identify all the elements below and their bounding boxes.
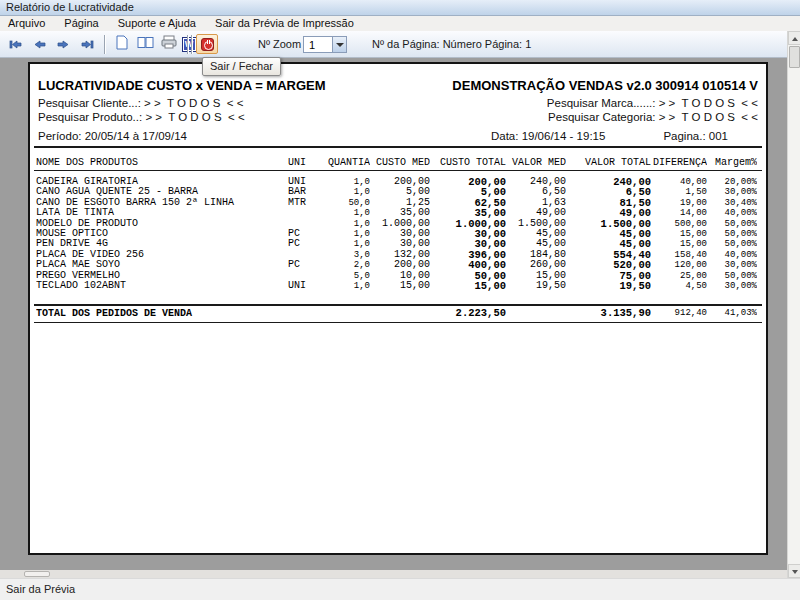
vertical-scroll-thumb[interactable] [789, 46, 800, 68]
cell-uni: UNI [288, 281, 318, 291]
cell-custo-med: 30,00 [370, 239, 430, 249]
total-margem: 41,03% [707, 308, 757, 320]
cell-quantia: 1,0 [318, 208, 370, 218]
cell-valor-total: 1.500,00 [566, 219, 651, 229]
report-page: LUCRATIVIDADE CUSTO x VENDA = MARGEM DEM… [28, 62, 768, 555]
last-page-icon [81, 35, 94, 53]
preview-area: LUCRATIVIDADE CUSTO x VENDA = MARGEM DEM… [0, 58, 787, 570]
filter-row-1: Pesquisar Cliente...: > > T O D O S < < … [38, 97, 758, 109]
cell-custo-med: 30,00 [370, 229, 430, 239]
cell-valor-total: 45,00 [566, 229, 651, 239]
print-icon [161, 35, 177, 53]
table-row: MOUSE OPTICO PC 1,0 30,00 30,00 45,00 45… [36, 229, 757, 239]
previous-page-button[interactable] [28, 34, 50, 54]
cell-valor-med: 45,00 [506, 239, 566, 249]
next-page-icon [57, 35, 70, 53]
facing-pages-view-button[interactable] [134, 34, 156, 54]
single-page-view-button[interactable] [110, 34, 132, 54]
next-page-button[interactable] [52, 34, 74, 54]
cell-custo-med: 200,00 [370, 260, 430, 270]
cell-valor-total: 45,00 [566, 239, 651, 249]
divider [34, 170, 762, 171]
vertical-scrollbar[interactable] [787, 31, 800, 578]
table-row: TECLADO 102ABNT UNI 1,0 15,00 15,00 19,5… [36, 281, 757, 291]
toolbar-separator [104, 35, 105, 54]
cell-product-name: PREGO VERMELHO [36, 271, 288, 281]
cell-product-name: PLACA DE VÍDEO 256 [36, 250, 288, 260]
cell-margem: 40,00% [707, 250, 757, 260]
cell-diferenca: 25,00 [651, 271, 707, 281]
cell-margem: 50,00% [707, 271, 757, 281]
cell-margem: 50,00% [707, 239, 757, 249]
toolbar: W Nº Zoom 1 Nº da Página: Número Página:… [0, 31, 787, 58]
cell-product-name: PLACA MÃE SOYO [36, 260, 288, 270]
cell-uni [288, 208, 318, 218]
zoom-value: 1 [309, 39, 315, 51]
toolbar-separator [191, 35, 192, 54]
header-valor-total: VALOR TOTAL [566, 157, 651, 168]
statusbar: Sair da Prévia [0, 578, 800, 600]
table-row: PREGO VERMELHO 5,0 10,00 50,00 15,00 75,… [36, 271, 757, 281]
zoom-dropdown-button[interactable] [332, 37, 346, 52]
header-uni: UNI [288, 157, 318, 168]
cell-custo-total: 30,00 [430, 239, 506, 249]
cell-custo-med: 15,00 [370, 281, 430, 291]
cell-product-name: TECLADO 102ABNT [36, 281, 288, 291]
table-row: PLACA DE VÍDEO 256 3,0 132,00 396,00 184… [36, 250, 757, 260]
cell-valor-total: 75,00 [566, 271, 651, 281]
header-custo-med: CUSTO MED [370, 157, 430, 168]
cell-valor-med: 240,00 [506, 177, 566, 187]
cell-diferenca: 120,00 [651, 260, 707, 270]
cell-diferenca: 40,00 [651, 177, 707, 187]
cell-product-name: LATA DE TINTA [36, 208, 288, 218]
cell-quantia: 5,0 [318, 271, 370, 281]
cell-custo-total: 200,00 [430, 177, 506, 187]
cell-custo-med: 132,00 [370, 250, 430, 260]
exit-preview-button[interactable] [196, 34, 218, 54]
cell-custo-med: 1,25 [370, 198, 430, 208]
cell-margem: 30,00% [707, 187, 757, 197]
cell-product-name: MODELO DE PRODUTO [36, 219, 288, 229]
scroll-up-button[interactable] [788, 31, 800, 45]
titlebar[interactable]: Relatório de Lucratividade [0, 0, 800, 16]
cell-quantia: 1,0 [318, 239, 370, 249]
cell-product-name: MOUSE OPTICO [36, 229, 288, 239]
zoom-select[interactable]: 1 [303, 36, 347, 53]
filter-cliente: Pesquisar Cliente...: > > T O D O S < < [38, 97, 243, 109]
cell-custo-total: 15,00 [430, 281, 506, 291]
horizontal-scrollbar[interactable] [0, 570, 787, 578]
cell-valor-med: 1,63 [506, 198, 566, 208]
cell-quantia: 2,0 [318, 260, 370, 270]
filter-categoria: Pesquisar Categoria: > > T O D O S < < [548, 111, 758, 123]
word-export-icon: W [182, 37, 197, 52]
cell-valor-med: 45,00 [506, 229, 566, 239]
menu-sair-da-previa[interactable]: Sair da Prévia de Impressão [207, 16, 362, 31]
cell-valor-total: 19,50 [566, 281, 651, 291]
header-margem: Margem% [707, 157, 757, 168]
menu-arquivo[interactable]: Arquivo [0, 16, 53, 31]
cell-custo-med: 1.000,00 [370, 219, 430, 229]
cell-margem: 30,00% [707, 260, 757, 270]
scroll-down-button[interactable] [788, 564, 800, 578]
header-custo-total: CUSTO TOTAL [430, 157, 506, 168]
menu-suporte-e-ajuda[interactable]: Suporte e Ajuda [110, 16, 204, 31]
first-page-button[interactable] [4, 34, 26, 54]
cell-margem: 30,40% [707, 198, 757, 208]
cell-custo-med: 200,00 [370, 177, 430, 187]
horizontal-scroll-thumb[interactable] [24, 571, 50, 577]
table-row: CANO DE ESGOTO BARRA 150 2ª LINHA MTR 50… [36, 198, 757, 208]
cell-uni: PC [288, 260, 318, 270]
cell-product-name: CANO DE ESGOTO BARRA 150 2ª LINHA [36, 198, 288, 208]
cell-custo-total: 1.000,00 [430, 219, 506, 229]
print-button[interactable] [158, 34, 180, 54]
total-valor-total: 3.135,90 [566, 308, 651, 320]
single-page-icon [115, 35, 128, 54]
last-page-button[interactable] [76, 34, 98, 54]
cell-valor-med: 260,00 [506, 260, 566, 270]
cell-valor-med: 19,50 [506, 281, 566, 291]
table-header: NOME DOS PRODUTOS UNI QUANTIA CUSTO MED … [36, 157, 757, 168]
arrow-down-icon [792, 570, 798, 574]
cell-uni [288, 271, 318, 281]
menu-pagina[interactable]: Página [56, 16, 106, 31]
cell-custo-total: 30,00 [430, 229, 506, 239]
